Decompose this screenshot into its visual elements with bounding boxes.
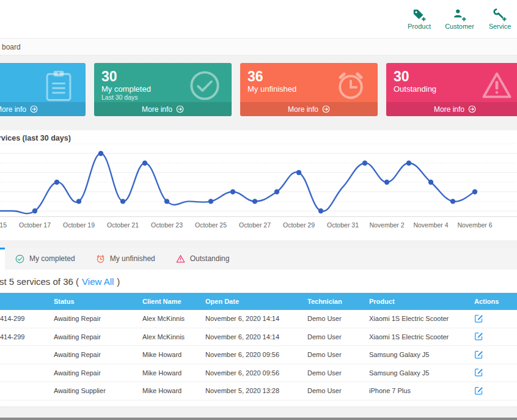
table-header-row: Status Client Name Open Date Technician …: [0, 293, 517, 310]
view-all-link[interactable]: View All: [82, 276, 114, 287]
column-header-client-name: Client Name: [138, 293, 200, 310]
edit-service-button[interactable]: [474, 350, 483, 359]
table-row: Awaiting RepairMike HowardNovember 6, 20…: [0, 346, 517, 364]
x-axis-label: October 29: [283, 221, 315, 229]
x-axis-label: October 23: [151, 221, 183, 229]
column-header-actions: Actions: [469, 293, 517, 310]
cell-status: Awaiting Repair: [49, 364, 138, 382]
more-info-link[interactable]: More info: [240, 102, 378, 116]
cell-technician: Demo User: [302, 328, 364, 346]
stat-card-my-completed[interactable]: 30 My completed Last 30 days More info: [94, 63, 232, 116]
breadcrumb-bar: board: [0, 39, 517, 56]
warning-triangle-icon: [481, 70, 513, 101]
check-circle-icon: [15, 254, 24, 263]
tab-outstanding[interactable]: Outstanding: [166, 248, 240, 270]
more-info-link[interactable]: More info: [386, 102, 517, 116]
tab-label: Outstanding: [190, 254, 230, 263]
tab-my-unfinished[interactable]: My unfinished: [86, 248, 166, 270]
x-axis-label: October 15: [0, 221, 7, 229]
tab-active-indicator[interactable]: [0, 248, 5, 270]
more-info-link[interactable]: More info: [94, 102, 232, 116]
tab-label: My unfinished: [110, 254, 155, 263]
cell-open-date: November 5, 2020 13:28: [200, 382, 302, 400]
x-axis-label: October 25: [195, 221, 227, 229]
alarm-clock-icon: [335, 70, 367, 101]
add-customer-button[interactable]: Customer: [444, 8, 475, 30]
add-service-button[interactable]: Service: [484, 8, 516, 30]
x-axis-label: October 21: [107, 221, 139, 229]
cell-status: Awaiting Supplier: [49, 382, 138, 400]
chart-point[interactable]: [142, 161, 147, 166]
table-row: Awaiting RepairMike HowardNovember 6, 20…: [0, 364, 517, 382]
cell-client-name: Mike Howard: [138, 364, 200, 382]
cell-case: [0, 346, 49, 364]
chart-point[interactable]: [208, 199, 213, 204]
edit-icon: [474, 386, 483, 395]
arrow-circle-right-icon: [176, 105, 184, 113]
x-axis-label: November 2: [369, 221, 404, 229]
x-axis-label: October 31: [327, 221, 359, 229]
chart-point[interactable]: [32, 208, 37, 213]
stat-card-new-services[interactable]: More info: [0, 63, 86, 116]
chart-point[interactable]: [230, 190, 235, 194]
edit-icon: [474, 314, 483, 323]
more-info-link[interactable]: More info: [0, 102, 86, 116]
chart-point[interactable]: [296, 170, 301, 175]
arrow-circle-right-icon: [468, 105, 476, 113]
services-chart-svg: [0, 142, 517, 220]
cell-status: Awaiting Repair: [49, 310, 138, 328]
chart-point[interactable]: [98, 151, 103, 156]
cell-actions: [469, 382, 517, 400]
chart-point[interactable]: [54, 180, 59, 185]
services-chart-panel: rvices (last 30 days) October 15October …: [0, 130, 517, 240]
alarm-clock-icon: [96, 254, 105, 263]
chart-x-axis: October 15October 17October 19October 21…: [0, 221, 517, 231]
cell-open-date: November 6, 2020 14:14: [200, 310, 302, 328]
chart-point[interactable]: [406, 161, 411, 166]
chart-point[interactable]: [164, 199, 169, 204]
chart-line-series: [0, 153, 475, 213]
x-axis-label: October 17: [19, 221, 51, 229]
column-header-open-date: Open Date: [200, 293, 302, 310]
cell-product: Xiaomi 1S Electric Scooter: [364, 310, 469, 328]
chart-point[interactable]: [428, 180, 433, 185]
cell-status: Awaiting Repair: [49, 346, 138, 364]
chart-point[interactable]: [76, 199, 81, 204]
x-axis-label: November 6: [457, 221, 492, 229]
chart-point[interactable]: [472, 190, 477, 194]
edit-icon: [474, 367, 483, 377]
x-axis-label: November 4: [413, 221, 448, 229]
service-wrench-icon: [493, 8, 507, 21]
table-row: 414-299Awaiting RepairAlex McKinnisNovem…: [0, 328, 517, 346]
bottom-scroll-bar[interactable]: [0, 418, 517, 420]
breadcrumb[interactable]: board: [2, 43, 21, 51]
add-product-button[interactable]: Product: [403, 8, 435, 30]
services-heading: st 5 services of 36 (View All): [0, 270, 517, 287]
chart-point[interactable]: [274, 190, 279, 194]
cell-status: Awaiting Repair: [49, 328, 138, 346]
action-label: Product: [408, 23, 431, 30]
edit-service-button[interactable]: [474, 367, 483, 377]
chart-point[interactable]: [450, 199, 455, 204]
tab-my-completed[interactable]: My completed: [5, 248, 86, 270]
stat-card-outstanding[interactable]: 30 Outstanding More info: [386, 63, 517, 116]
stat-card-my-unfinished[interactable]: 36 My unfinished More info: [240, 63, 378, 116]
more-info-label: More info: [288, 105, 318, 114]
edit-service-button[interactable]: [474, 386, 483, 395]
latest-services-panel: st 5 services of 36 (View All) Status Cl…: [0, 270, 517, 407]
services-table: Status Client Name Open Date Technician …: [0, 293, 517, 400]
edit-service-button[interactable]: [474, 331, 483, 341]
chart-point[interactable]: [362, 161, 367, 166]
footer-strip: [0, 407, 517, 418]
customer-add-icon: [452, 8, 467, 21]
chart-point[interactable]: [384, 180, 389, 185]
chart-title: rvices (last 30 days): [0, 130, 517, 142]
services-tabs-bar: My completed My unfinished Outstanding: [0, 248, 517, 270]
cell-case: [0, 382, 49, 400]
chart-point[interactable]: [318, 208, 323, 213]
chart-point[interactable]: [120, 199, 125, 204]
cell-case: 414-299: [0, 310, 49, 328]
cell-product: Samsung Galaxy J5: [364, 346, 469, 364]
edit-service-button[interactable]: [474, 314, 483, 323]
chart-point[interactable]: [252, 199, 257, 204]
